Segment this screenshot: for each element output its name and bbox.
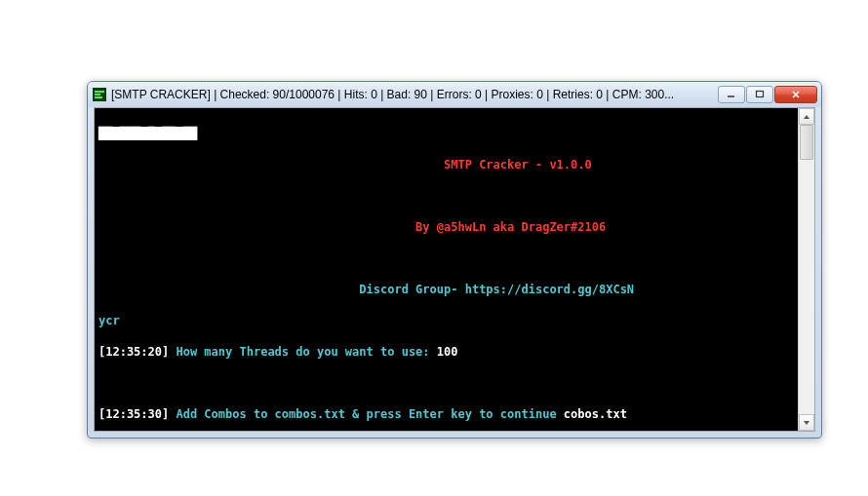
window-title: [SMTP CRACKER] | Checked: 90/1000076 | H…: [111, 88, 718, 101]
discord-tail: ycr: [99, 314, 120, 327]
content-area: ██ ███ █ ██ ██ SMTP Cracker - v1.0.0 By …: [94, 107, 815, 432]
discord-link[interactable]: https://discord.gg/8XCsN: [465, 283, 634, 296]
app-title: SMTP Cracker - v1.0.0: [444, 158, 592, 172]
prompt-combos: Add Combos to combos.txt & press Enter k…: [169, 407, 564, 421]
vertical-scrollbar[interactable]: [798, 108, 814, 431]
terminal-output: ██ ███ █ ██ ██ SMTP Cracker - v1.0.0 By …: [95, 108, 798, 431]
svg-rect-3: [95, 96, 102, 98]
maximize-button[interactable]: [746, 86, 773, 103]
app-window: [SMTP CRACKER] | Checked: 90/1000076 | H…: [87, 81, 822, 439]
scroll-up-button[interactable]: [799, 108, 814, 125]
decor-blocks: ██ ███ █ ██ ██: [99, 127, 197, 140]
discord-label: Discord Group-: [359, 283, 464, 296]
scroll-track[interactable]: [799, 125, 814, 414]
titlebar[interactable]: [SMTP CRACKER] | Checked: 90/1000076 | H…: [88, 82, 821, 107]
author-line: By @a5hwLn aka DragZer#2106: [415, 220, 606, 234]
prompt-threads: How many Threads do you want to use:: [169, 345, 437, 359]
svg-rect-2: [95, 94, 100, 95]
close-button[interactable]: [774, 86, 817, 103]
value-combos: cobos.txt: [564, 407, 627, 421]
ts-1: [12:35:20]: [99, 345, 169, 359]
ts-2: [12:35:30]: [99, 407, 169, 421]
svg-rect-1: [95, 91, 104, 93]
scroll-thumb[interactable]: [800, 125, 813, 160]
app-icon: [92, 87, 107, 102]
window-controls: [718, 86, 817, 103]
scroll-down-button[interactable]: [799, 414, 814, 431]
minimize-button[interactable]: [718, 86, 745, 103]
value-threads: 100: [437, 345, 458, 359]
svg-rect-4: [757, 92, 764, 97]
